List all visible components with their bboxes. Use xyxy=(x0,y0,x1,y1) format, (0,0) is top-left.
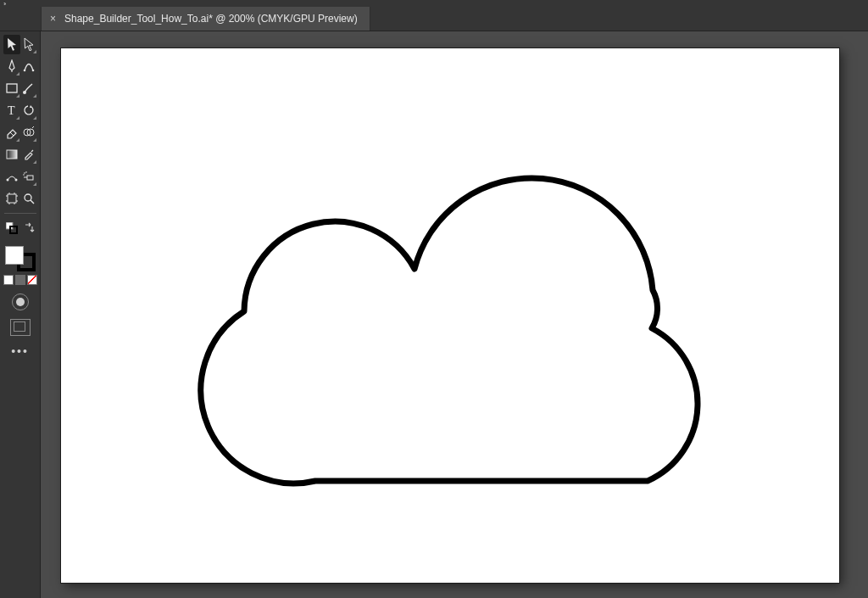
selection-tool[interactable] xyxy=(3,35,20,54)
swap-fill-stroke-icon[interactable] xyxy=(20,219,37,238)
color-mode-none[interactable] xyxy=(27,275,37,285)
svg-rect-10 xyxy=(27,176,33,180)
rectangle-tool[interactable] xyxy=(3,79,20,98)
paintbrush-tool[interactable] xyxy=(20,79,37,98)
fill-swatch[interactable] xyxy=(5,246,24,265)
panel-expand-handle[interactable]: ›› xyxy=(0,0,868,7)
fill-stroke-swatches[interactable] xyxy=(3,244,37,273)
direct-selection-tool[interactable] xyxy=(20,35,37,54)
tools-panel: T xyxy=(0,31,41,598)
document-tab-title: Shape_Builder_Tool_How_To.ai* @ 200% (CM… xyxy=(64,13,358,25)
color-mode-swatches xyxy=(3,275,37,287)
document-tab-bar: × Shape_Builder_Tool_How_To.ai* @ 200% (… xyxy=(0,7,868,31)
cloud-shape[interactable] xyxy=(163,150,756,506)
document-tab[interactable]: × Shape_Builder_Tool_How_To.ai* @ 200% (… xyxy=(41,7,370,31)
color-mode-gradient[interactable] xyxy=(15,275,25,285)
workspace: T xyxy=(0,31,868,598)
svg-point-13 xyxy=(23,174,25,176)
blend-tool[interactable] xyxy=(3,167,20,187)
type-tool[interactable]: T xyxy=(3,101,20,120)
eraser-tool[interactable] xyxy=(3,123,20,143)
screen-mode-icon[interactable] xyxy=(10,319,31,336)
svg-point-15 xyxy=(25,194,31,201)
zoom-tool[interactable] xyxy=(20,189,37,209)
draw-mode-icon[interactable] xyxy=(12,293,29,310)
svg-point-3 xyxy=(23,91,26,94)
svg-point-11 xyxy=(24,172,25,174)
svg-point-0 xyxy=(23,70,25,72)
artboard[interactable] xyxy=(61,48,839,583)
symbol-sprayer-tool[interactable] xyxy=(20,167,37,187)
curvature-tool[interactable] xyxy=(20,57,37,76)
eyedropper-tool[interactable] xyxy=(20,145,37,165)
shape-builder-tool[interactable] xyxy=(20,123,37,143)
close-icon[interactable]: × xyxy=(50,14,56,24)
more-tools-icon[interactable]: ••• xyxy=(11,344,29,358)
svg-rect-14 xyxy=(8,194,16,203)
tool-separator xyxy=(4,213,36,214)
default-fill-stroke-icon[interactable] xyxy=(3,219,20,238)
color-mode-color[interactable] xyxy=(3,275,14,285)
svg-rect-7 xyxy=(7,150,17,159)
svg-point-9 xyxy=(14,179,17,182)
rotate-tool[interactable] xyxy=(20,101,37,120)
svg-rect-2 xyxy=(7,84,17,92)
svg-point-1 xyxy=(31,70,34,72)
pen-tool[interactable] xyxy=(3,57,20,76)
artboard-tool[interactable] xyxy=(3,189,20,209)
canvas-area[interactable] xyxy=(41,31,868,598)
svg-point-12 xyxy=(25,171,27,173)
chevron-right-icon: ›› xyxy=(0,0,4,8)
svg-text:T: T xyxy=(8,104,15,117)
svg-point-8 xyxy=(6,179,8,182)
gradient-tool[interactable] xyxy=(3,145,20,165)
